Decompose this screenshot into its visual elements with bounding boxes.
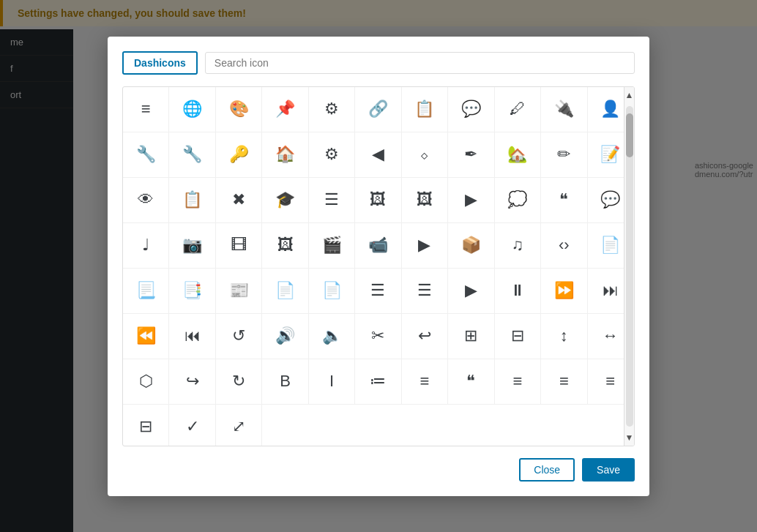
icon-globe[interactable]: 🌐 — [169, 87, 215, 132]
icon-playlist[interactable]: ☰ — [355, 269, 401, 314]
search-input[interactable] — [205, 52, 635, 74]
icon-volume-low[interactable]: 🔈 — [309, 314, 355, 359]
icon-ellipsis[interactable]: ⬡ — [123, 359, 169, 405]
icon-rewind[interactable]: ⏪ — [123, 314, 169, 359]
icon-columns[interactable]: ⊟ — [123, 405, 169, 446]
icon-list-ul[interactable]: ≔ — [355, 359, 401, 405]
icon-wrench[interactable]: 🔧 — [123, 132, 169, 178]
modal-overlay: Dashicons ≡🌐🎨📌⚙🔗📋💬🖊🔌👤🔧🔧🔑🏠⚙◀⬦✒🏡✏📝👁📋✖🎓☰🖼🖼▶… — [0, 0, 757, 532]
icon-spellcheck[interactable]: ✓ — [169, 405, 215, 446]
icon-redo[interactable]: ↪ — [169, 359, 215, 405]
icon-speech-bubble[interactable]: 💭 — [495, 178, 541, 223]
icon-list[interactable]: ☰ — [402, 269, 448, 314]
icon-archive[interactable]: 📦 — [448, 223, 494, 269]
icon-welcome-cms[interactable]: ⊟ — [495, 314, 541, 359]
scroll-down-arrow[interactable]: ▼ — [622, 430, 635, 446]
icon-link[interactable]: 🔗 — [355, 87, 401, 132]
icon-picker-modal: Dashicons ≡🌐🎨📌⚙🔗📋💬🖊🔌👤🔧🔧🔑🏠⚙◀⬦✒🏡✏📝👁📋✖🎓☰🖼🖼▶… — [108, 37, 649, 496]
save-button[interactable]: Save — [582, 458, 635, 482]
modal-header: Dashicons — [122, 51, 635, 75]
icon-menu[interactable]: ≡ — [123, 87, 169, 132]
icon-fast-forward[interactable]: ⏩ — [541, 269, 587, 314]
icon-file-dark[interactable]: 📄 — [309, 269, 355, 314]
icon-table[interactable]: 📋 — [169, 178, 215, 223]
icon-list-ol[interactable]: ≡ — [402, 359, 448, 405]
dashicons-tab[interactable]: Dashicons — [122, 51, 198, 75]
icon-house[interactable]: 🏡 — [495, 132, 541, 178]
icon-dismiss[interactable]: ✖ — [216, 178, 262, 223]
icon-edit-pen[interactable]: 🖊 — [495, 87, 541, 132]
icon-palette[interactable]: 🎨 — [216, 87, 262, 132]
icon-play2[interactable]: ▶ — [448, 269, 494, 314]
icon-code[interactable]: ‹› — [541, 223, 587, 269]
icon-clipboard[interactable]: 📋 — [402, 87, 448, 132]
icon-fullscreen[interactable]: ⤢ — [216, 405, 262, 446]
icon-key[interactable]: 🔑 — [216, 132, 262, 178]
icons-grid-wrapper: ≡🌐🎨📌⚙🔗📋💬🖊🔌👤🔧🔧🔑🏠⚙◀⬦✒🏡✏📝👁📋✖🎓☰🖼🖼▶💭❝💬♩📷🎞🖼🎬📹▶… — [122, 86, 635, 446]
icon-document-alt[interactable]: 📄 — [262, 269, 308, 314]
icon-skip-back[interactable]: ⏮ — [169, 314, 215, 359]
icon-chart[interactable]: 🔧 — [169, 132, 215, 178]
icon-video-alt[interactable]: ▶ — [448, 178, 494, 223]
icon-camera-alt[interactable]: 📷 — [169, 223, 215, 269]
icon-comment[interactable]: 💬 — [448, 87, 494, 132]
icon-blockquote[interactable]: ❝ — [541, 178, 587, 223]
icon-pencil[interactable]: ✏ — [541, 132, 587, 178]
icon-newspaper[interactable]: 📰 — [216, 269, 262, 314]
icon-crop[interactable]: ✂ — [355, 314, 401, 359]
icon-home[interactable]: 🏠 — [262, 132, 308, 178]
icon-align-left[interactable]: ≡ — [495, 359, 541, 405]
icon-volume[interactable]: 🔊 — [262, 314, 308, 359]
icon-visibility[interactable]: 👁 — [123, 178, 169, 223]
icon-quote[interactable]: ❝ — [448, 359, 494, 405]
icon-music[interactable]: ♩ — [123, 223, 169, 269]
icon-document[interactable]: 📃 — [123, 269, 169, 314]
icon-redo2[interactable]: ↻ — [216, 359, 262, 405]
icon-video-cam[interactable]: 📹 — [355, 223, 401, 269]
icon-images[interactable]: 🎞 — [216, 223, 262, 269]
icon-spreadsheet[interactable]: 📑 — [169, 269, 215, 314]
icon-pen[interactable]: ✒ — [448, 132, 494, 178]
icon-image-board[interactable]: 🖼 — [402, 178, 448, 223]
icon-plugin[interactable]: 🔌 — [541, 87, 587, 132]
icon-arrow-left[interactable]: ◀ — [355, 132, 401, 178]
icon-camera[interactable]: ⚙ — [309, 87, 355, 132]
icon-slideshow[interactable]: 🖼 — [262, 223, 308, 269]
icon-align-full[interactable]: ↕ — [541, 314, 587, 359]
icon-audio[interactable]: ♫ — [495, 223, 541, 269]
icon-bold[interactable]: B — [262, 359, 308, 405]
scroll-thumb[interactable] — [626, 113, 633, 157]
icon-pause[interactable]: ⏸ — [495, 269, 541, 314]
modal-footer: Close Save — [122, 458, 635, 482]
icon-filter[interactable]: ⬦ — [402, 132, 448, 178]
icon-welcome-widgets[interactable]: ⊞ — [448, 314, 494, 359]
icon-align-center[interactable]: ≡ — [541, 359, 587, 405]
icon-gear[interactable]: ⚙ — [309, 132, 355, 178]
icon-image[interactable]: 🖼 — [355, 178, 401, 223]
icons-grid: ≡🌐🎨📌⚙🔗📋💬🖊🔌👤🔧🔧🔑🏠⚙◀⬦✒🏡✏📝👁📋✖🎓☰🖼🖼▶💭❝💬♩📷🎞🖼🎬📹▶… — [123, 87, 634, 446]
close-button[interactable]: Close — [519, 458, 575, 482]
icon-pushpin[interactable]: 📌 — [262, 87, 308, 132]
scroll-track — [626, 106, 633, 427]
icon-graduation[interactable]: 🎓 — [262, 178, 308, 223]
icon-undo[interactable]: ↩ — [402, 314, 448, 359]
icon-list-view[interactable]: ☰ — [309, 178, 355, 223]
icon-video[interactable]: 🎬 — [309, 223, 355, 269]
icon-italic[interactable]: I — [309, 359, 355, 405]
icon-play[interactable]: ▶ — [402, 223, 448, 269]
scroll-up-arrow[interactable]: ▲ — [622, 87, 635, 103]
icon-repeat[interactable]: ↺ — [216, 314, 262, 359]
scrollbar[interactable]: ▲ ▼ — [624, 87, 634, 446]
